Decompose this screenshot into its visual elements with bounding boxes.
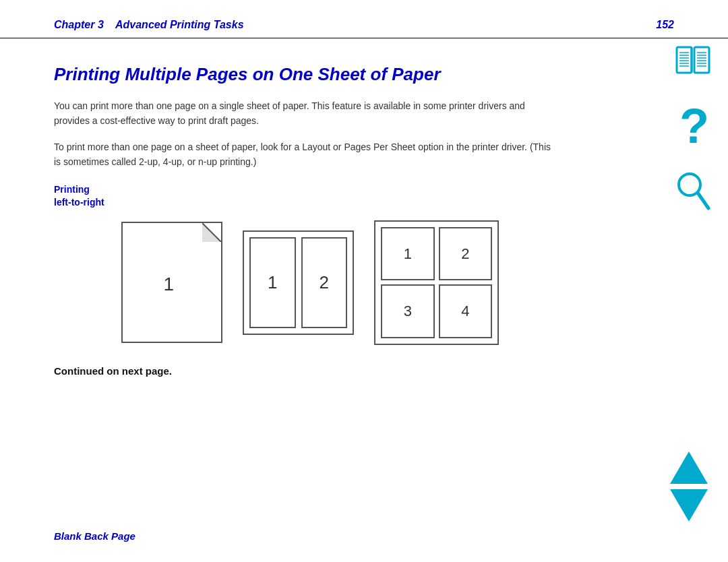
page-container: Chapter 3 Advanced Printing Tasks 152 Pr… xyxy=(0,0,728,562)
paragraph-2: To print more than one page on a sheet o… xyxy=(54,139,553,170)
four-up-cell-1: 1 xyxy=(381,227,435,281)
svg-rect-4 xyxy=(694,47,709,73)
two-up-diagram: 1 2 xyxy=(243,230,354,335)
four-up-cell-4: 4 xyxy=(439,284,493,338)
chapter-label: Chapter 3 xyxy=(54,19,104,30)
svg-rect-3 xyxy=(677,47,692,73)
prev-page-button[interactable] xyxy=(670,451,708,484)
sidebar-label: Printing left-to-right xyxy=(54,183,553,210)
page-corner xyxy=(202,223,221,242)
question-mark-icon[interactable]: ? xyxy=(676,104,710,151)
book-icon[interactable] xyxy=(671,40,715,84)
four-up-cell-2: 2 xyxy=(439,227,493,281)
main-content: Printing Multiple Pages on One Sheet of … xyxy=(0,38,607,404)
chapter-title: Advanced Printing Tasks xyxy=(115,19,244,30)
svg-line-20 xyxy=(698,193,708,208)
search-icon[interactable] xyxy=(675,171,712,215)
two-up-cell-1: 1 xyxy=(249,237,296,328)
chapter-header: Chapter 3 Advanced Printing Tasks xyxy=(54,19,244,31)
section-title: Printing Multiple Pages on One Sheet of … xyxy=(54,64,553,85)
paragraph-1: You can print more than one page on a si… xyxy=(54,98,553,129)
four-up-diagram: 1 2 3 4 xyxy=(374,220,499,345)
two-up-cell-2: 2 xyxy=(301,237,348,328)
page-header: Chapter 3 Advanced Printing Tasks 152 xyxy=(0,0,728,38)
nav-arrows xyxy=(670,451,708,522)
diagram-area: 1 1 2 1 2 3 xyxy=(121,220,553,345)
continued-text: Continued on next page. xyxy=(54,365,553,377)
svg-text:?: ? xyxy=(679,104,709,151)
single-page-number: 1 xyxy=(164,274,175,295)
four-up-cell-3: 3 xyxy=(381,284,435,338)
page-number: 152 xyxy=(656,19,674,31)
right-sidebar: ? xyxy=(671,40,715,215)
next-page-button[interactable] xyxy=(670,489,708,522)
single-page-diagram: 1 xyxy=(121,222,222,343)
footer-link[interactable]: Blank Back Page xyxy=(54,530,135,542)
